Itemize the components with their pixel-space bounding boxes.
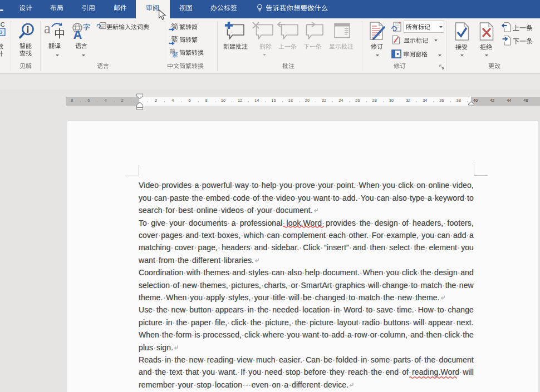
svg-text:123: 123 (0, 29, 2, 35)
svg-text:ABC: ABC (0, 21, 5, 28)
